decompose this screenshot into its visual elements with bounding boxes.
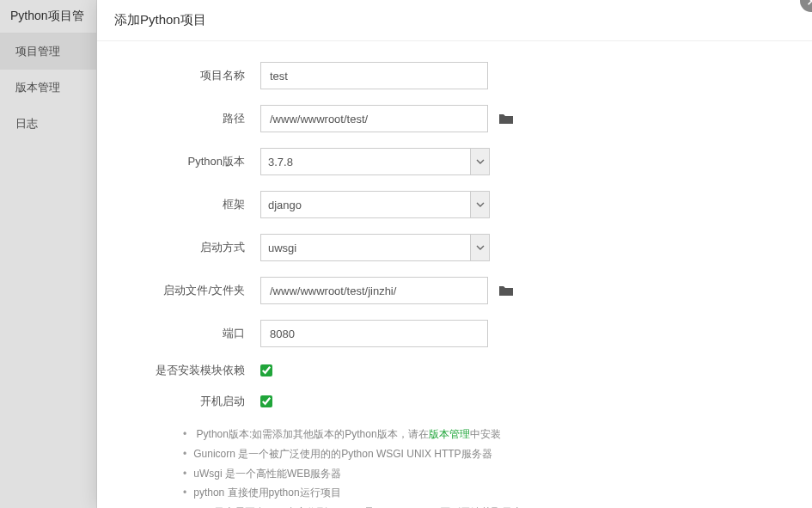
help-version-link[interactable]: 版本管理 [429, 428, 470, 440]
row-framework: 框架 django [131, 191, 778, 218]
modal-title: 添加Python项目 [114, 12, 206, 27]
label-startup-mode: 启动方式 [131, 240, 260, 255]
modal-body: 项目名称 路径 Python版本 3.7.8 框架 [97, 41, 812, 508]
row-name: 项目名称 [131, 62, 778, 89]
modal-header: 添加Python项目 ✕ [97, 0, 812, 41]
row-port: 端口 [131, 320, 778, 347]
row-path: 路径 [131, 105, 778, 132]
label-install-deps: 是否安装模块依赖 [131, 363, 260, 378]
row-startup-mode: 启动方式 uwsgi [131, 234, 778, 261]
help-line-1: Python版本:如需添加其他版本的Python版本，请在版本管理中安装 [183, 425, 778, 444]
close-icon: ✕ [806, 0, 813, 9]
help-line-3: uWsgi 是一个高性能WEB服务器 [183, 464, 778, 484]
label-name: 项目名称 [131, 68, 260, 83]
folder-icon-path[interactable] [498, 113, 514, 125]
select-python-version[interactable]: 3.7.8 [260, 148, 490, 175]
close-button[interactable]: ✕ [800, 0, 812, 12]
label-path: 路径 [131, 111, 260, 126]
input-port[interactable] [260, 320, 488, 347]
label-port: 端口 [131, 326, 260, 341]
input-path[interactable] [260, 105, 488, 132]
help-line-4: python 直接使用python运行项目 [183, 483, 778, 503]
add-python-project-modal: 添加Python项目 ✕ 项目名称 路径 Python版本 3.7.8 [97, 0, 812, 508]
help-list: Python版本:如需添加其他版本的Python版本，请在版本管理中安装 Gun… [183, 425, 778, 508]
label-boot-start: 开机启动 [131, 394, 260, 409]
select-framework[interactable]: django [260, 191, 490, 218]
row-python-version: Python版本 3.7.8 [131, 148, 778, 175]
help-line-2: Gunicorn 是一个被广泛使用的的Python WSGI UNIX HTTP… [183, 444, 778, 464]
row-boot-start: 开机启动 [131, 394, 778, 409]
input-startup-file[interactable] [260, 277, 488, 304]
help-line-5: 项目日志需要在项目内定位到 /项目目录/logs/error.log 否则无法获… [183, 503, 778, 508]
label-python-version: Python版本 [131, 154, 260, 169]
label-startup-file: 启动文件/文件夹 [131, 283, 260, 298]
checkbox-boot-start[interactable] [260, 395, 272, 407]
row-install-deps: 是否安装模块依赖 [131, 363, 778, 378]
select-startup-mode[interactable]: uwsgi [260, 234, 490, 261]
checkbox-install-deps[interactable] [260, 364, 272, 376]
row-startup-file: 启动文件/文件夹 [131, 277, 778, 304]
folder-icon-startup[interactable] [498, 285, 514, 297]
input-name[interactable] [260, 62, 488, 89]
label-framework: 框架 [131, 197, 260, 212]
